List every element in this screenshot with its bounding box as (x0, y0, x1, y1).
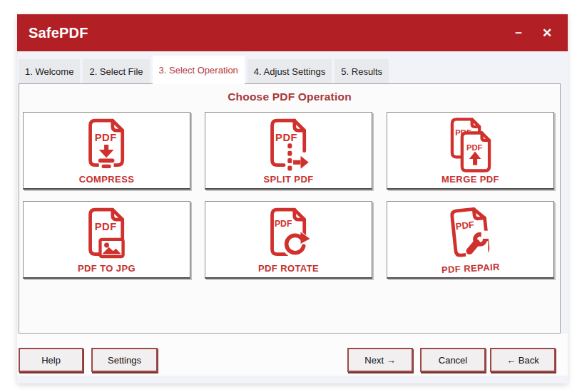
minimize-button[interactable]: – (508, 22, 529, 43)
page: SafePDF – ✕ 1. Welcome 2. Select File 3.… (0, 0, 582, 392)
pdf-rotate-icon: PDF (265, 205, 312, 262)
pdf-repair-label: PDF REPAIR (441, 262, 499, 275)
tab-bar: 1. Welcome 2. Select File 3. Select Oper… (19, 51, 568, 83)
settings-button[interactable]: Settings (91, 348, 158, 372)
svg-text:PDF: PDF (275, 219, 292, 229)
pdf-to-jpg-label: PDF TO JPG (78, 263, 136, 274)
tab-welcome[interactable]: 1. Welcome (19, 59, 80, 83)
svg-text:PDF: PDF (275, 132, 297, 143)
tab-results[interactable]: 5. Results (335, 59, 389, 83)
svg-text:PDF: PDF (94, 132, 116, 143)
split-pdf-label: SPLIT PDF (263, 174, 313, 185)
content-panel: Choose PDF Operation PDF (19, 83, 561, 334)
tab-adjust-settings[interactable]: 4. Adjust Settings (247, 59, 332, 83)
tab-select-operation[interactable]: 3. Select Operation (153, 56, 245, 84)
back-button[interactable]: ← Back (490, 348, 556, 372)
titlebar: SafePDF – ✕ (17, 14, 568, 51)
pdf-repair-icon: PDF (447, 205, 494, 262)
pdf-split-icon: PDF (265, 116, 312, 173)
svg-text:PDF: PDF (466, 143, 482, 152)
app-title: SafePDF (29, 25, 88, 41)
operation-grid: PDF COMPRESS (23, 112, 560, 279)
svg-text:PDF: PDF (94, 221, 116, 232)
pdf-compress-icon: PDF (83, 116, 131, 173)
pdf-repair-button[interactable]: PDF PDF REPAIR (387, 201, 554, 279)
pdf-to-jpg-icon: PDF (83, 205, 131, 262)
pdf-rotate-button[interactable]: PDF PDF ROTATE (205, 201, 372, 279)
close-button[interactable]: ✕ (536, 22, 558, 43)
page-title: Choose PDF Operation (19, 91, 560, 103)
pdf-rotate-label: PDF ROTATE (258, 263, 319, 274)
app-window: SafePDF – ✕ 1. Welcome 2. Select File 3.… (17, 14, 568, 383)
next-button[interactable]: Next → (347, 348, 413, 372)
pdf-to-jpg-button[interactable]: PDF PDF TO JPG (23, 201, 190, 279)
compress-button[interactable]: PDF COMPRESS (23, 112, 190, 190)
split-pdf-button[interactable]: PDF SPLIT PDF (205, 112, 372, 190)
window-controls: – ✕ (508, 22, 558, 43)
tab-select-file[interactable]: 2. Select File (83, 59, 149, 83)
cancel-button[interactable]: Cancel (420, 348, 486, 372)
svg-text:PDF: PDF (455, 220, 475, 232)
help-button[interactable]: Help (19, 348, 83, 372)
compress-label: COMPRESS (79, 174, 135, 185)
merge-pdf-button[interactable]: PDF PDF MERGE PDF (387, 112, 554, 190)
merge-pdf-label: MERGE PDF (441, 174, 499, 185)
pdf-merge-icon: PDF PDF (447, 116, 494, 173)
footer-bar: Help Settings Next → Cancel ← Back (17, 334, 568, 376)
